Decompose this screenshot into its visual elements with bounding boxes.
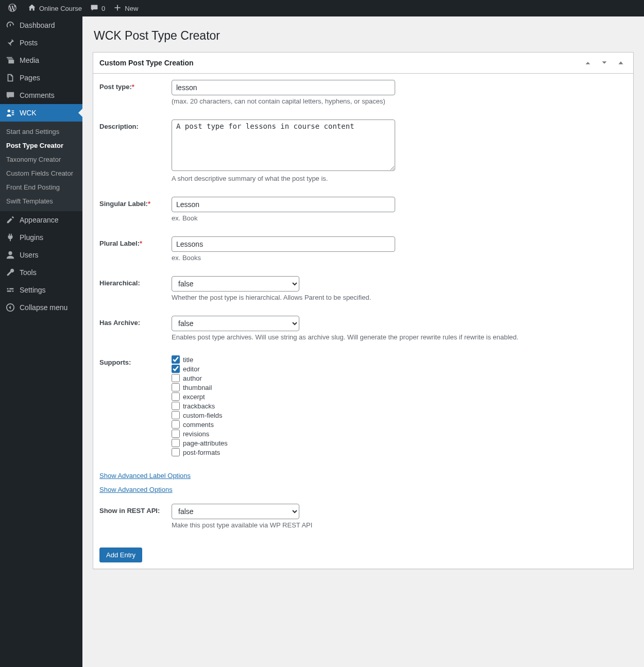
supports-label-revisions: revisions [183, 430, 209, 438]
sidebar-item-dashboard[interactable]: Dashboard [0, 16, 82, 34]
sidebar-item-tools[interactable]: Tools [0, 264, 82, 281]
add-entry-button[interactable]: Add Entry [99, 548, 142, 562]
wck-icon [5, 108, 15, 117]
supports-option-revisions[interactable]: revisions [172, 430, 627, 438]
supports-label-trackbacks: trackbacks [183, 402, 215, 410]
supports-label-editor: editor [183, 365, 200, 373]
wordpress-icon [8, 4, 16, 13]
panel-toggle[interactable] [615, 57, 627, 69]
supports-label-title: title [183, 356, 193, 364]
supports-option-excerpt[interactable]: excerpt [172, 392, 627, 401]
supports-checkbox-comments[interactable] [172, 420, 180, 429]
supports-checkbox-excerpt[interactable] [172, 392, 180, 401]
settings-icon [5, 285, 15, 295]
post-type-input[interactable] [172, 80, 395, 95]
panel-actions [582, 57, 627, 69]
hint-plural: ex. Books [172, 254, 627, 262]
rest-api-select[interactable]: false [172, 504, 299, 519]
sidebar-item-settings[interactable]: Settings [0, 281, 82, 299]
submenu-start-settings[interactable]: Start and Settings [0, 125, 82, 139]
collapse-icon [5, 303, 15, 312]
supports-option-page-attributes[interactable]: page-attributes [172, 439, 627, 447]
hint-post-type: (max. 20 characters, can not contain cap… [172, 97, 627, 105]
site-name: Online Course [39, 5, 82, 12]
label-has-archive: Has Archive: [99, 316, 172, 341]
supports-checkbox-custom-fields[interactable] [172, 411, 180, 419]
wp-logo[interactable] [4, 0, 24, 16]
sidebar-item-collapse[interactable]: Collapse menu [0, 299, 82, 316]
supports-checkboxes: titleeditorauthorthumbnailexcerpttrackba… [172, 355, 627, 456]
label-post-type: Post type:* [99, 80, 172, 105]
supports-checkbox-thumbnail[interactable] [172, 383, 180, 391]
supports-option-author[interactable]: author [172, 374, 627, 382]
show-advanced-options-link[interactable]: Show Advanced Options [99, 486, 173, 493]
sidebar-item-posts[interactable]: Posts [0, 34, 82, 52]
comments-count: 0 [101, 5, 105, 12]
label-description: Description: [99, 119, 172, 182]
caret-up-icon [616, 58, 625, 67]
media-icon [5, 56, 15, 65]
supports-option-post-formats[interactable]: post-formats [172, 448, 627, 456]
supports-checkbox-trackbacks[interactable] [172, 402, 180, 410]
plural-label-input[interactable] [172, 236, 395, 252]
submenu-taxonomy-creator[interactable]: Taxonomy Creator [0, 152, 82, 166]
panel-header: Custom Post Type Creation [93, 53, 633, 74]
admin-topbar: Online Course 0 New [0, 0, 644, 16]
hint-description: A short descriptive summary of what the … [172, 175, 627, 182]
supports-label-thumbnail: thumbnail [183, 384, 212, 391]
new-content-link[interactable]: New [109, 0, 142, 16]
panel-move-down[interactable] [598, 57, 611, 69]
submenu-custom-fields-creator[interactable]: Custom Fields Creator [0, 166, 82, 180]
supports-checkbox-page-attributes[interactable] [172, 439, 180, 447]
show-advanced-label-options-link[interactable]: Show Advanced Label Options [99, 472, 191, 480]
comments-link[interactable]: 0 [86, 0, 109, 16]
chevron-down-icon [600, 58, 609, 67]
custom-post-type-panel: Custom Post Type Creation Post type:* (m… [93, 52, 634, 569]
submenu-swift-templates[interactable]: Swift Templates [0, 194, 82, 208]
comments-icon [5, 91, 15, 100]
supports-option-title[interactable]: title [172, 355, 627, 364]
supports-option-editor[interactable]: editor [172, 365, 627, 373]
hint-rest: Make this post type available via WP RES… [172, 521, 627, 529]
supports-label-author: author [183, 374, 202, 382]
supports-option-comments[interactable]: comments [172, 420, 627, 429]
sidebar-item-users[interactable]: Users [0, 246, 82, 264]
chevron-up-icon [583, 58, 592, 67]
label-singular: Singular Label:* [99, 197, 172, 222]
pages-icon [5, 73, 15, 82]
supports-checkbox-title[interactable] [172, 355, 180, 364]
supports-checkbox-editor[interactable] [172, 365, 180, 373]
sidebar-item-pages[interactable]: Pages [0, 69, 82, 87]
submenu-front-end-posting[interactable]: Front End Posting [0, 180, 82, 194]
has-archive-select[interactable]: false [172, 316, 299, 331]
home-icon [28, 4, 36, 13]
supports-checkbox-post-formats[interactable] [172, 448, 180, 456]
plus-icon [113, 4, 122, 13]
sidebar-item-comments[interactable]: Comments [0, 87, 82, 104]
panel-move-up[interactable] [582, 57, 594, 69]
sidebar-item-wck[interactable]: WCK [0, 104, 82, 122]
sidebar-item-plugins[interactable]: Plugins [0, 229, 82, 246]
page-title: WCK Post Type Creator [94, 29, 634, 43]
plugins-icon [5, 233, 15, 242]
supports-option-trackbacks[interactable]: trackbacks [172, 402, 627, 410]
comment-icon [90, 4, 98, 13]
supports-option-custom-fields[interactable]: custom-fields [172, 411, 627, 419]
submenu-post-type-creator[interactable]: Post Type Creator [0, 139, 82, 152]
singular-label-input[interactable] [172, 197, 395, 212]
svg-point-1 [8, 251, 12, 255]
label-rest: Show in REST API: [99, 504, 172, 529]
supports-checkbox-revisions[interactable] [172, 430, 180, 438]
supports-label-excerpt: excerpt [183, 393, 205, 401]
wck-submenu: Start and Settings Post Type Creator Tax… [0, 122, 82, 211]
hint-has-archive: Enables post type archives. Will use str… [172, 333, 627, 341]
hint-singular: ex. Book [172, 214, 627, 222]
label-supports: Supports: [99, 355, 172, 457]
sidebar-item-media[interactable]: Media [0, 52, 82, 69]
supports-checkbox-author[interactable] [172, 374, 180, 382]
hierarchical-select[interactable]: false [172, 276, 299, 292]
site-name-link[interactable]: Online Course [24, 0, 86, 16]
supports-option-thumbnail[interactable]: thumbnail [172, 383, 627, 391]
description-input[interactable]: A post type for lessons in course conten… [172, 119, 395, 171]
sidebar-item-appearance[interactable]: Appearance [0, 211, 82, 229]
